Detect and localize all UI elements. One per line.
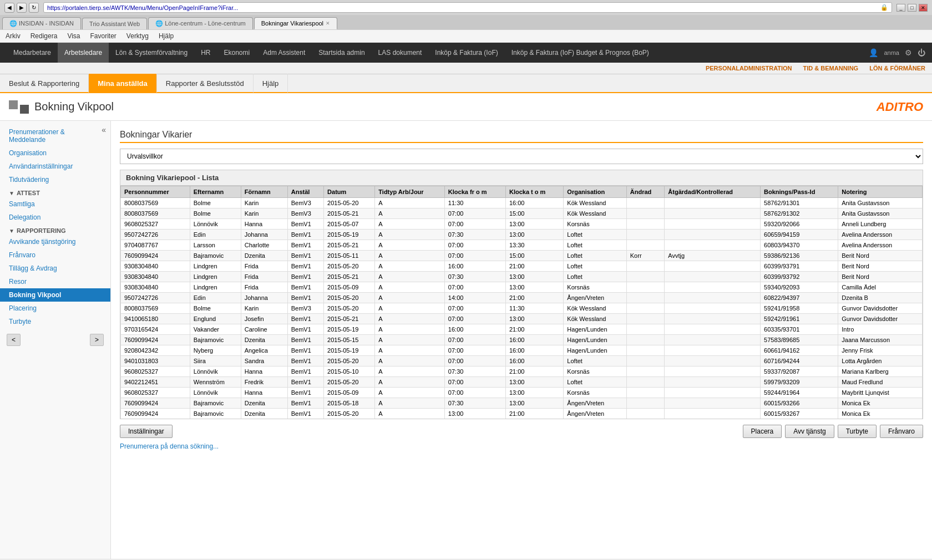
franvaro-button[interactable]: Frånvaro (880, 425, 923, 438)
subnav-beslut[interactable]: Beslut & Rapportering (0, 74, 89, 93)
menu-hjalp[interactable]: Hjälp (158, 31, 175, 41)
back-button[interactable]: ◀ (4, 3, 14, 13)
table-row[interactable]: 9208042342NybergAngelicaBemV12015-05-19A… (121, 345, 923, 356)
table-cell (626, 272, 665, 282)
table-row[interactable]: 9704087767LarssonCharlotteBemV12015-05-2… (121, 240, 923, 251)
nav-adm[interactable]: Adm Assistent (256, 43, 312, 63)
table-row[interactable]: 8008037569BolmeKarinBemV32015-05-21A07:0… (121, 208, 923, 219)
col-tidtyp: Tidtyp Arb/Jour (375, 186, 445, 198)
sidebar-item-anvandare[interactable]: Användarinställningar (0, 160, 110, 173)
table-cell: A (375, 293, 445, 303)
table-cell: A (375, 314, 445, 324)
subscribe-link[interactable]: Prenumerera på denna sökning... (120, 442, 219, 450)
table-row[interactable]: 7609099424BajramovicDzenitaBemV12015-05-… (121, 251, 923, 261)
refresh-button[interactable]: ↻ (29, 3, 39, 13)
table-cell: Berit Nord (838, 251, 923, 261)
table-row[interactable]: 9410065180EnglundJosefinBemV12015-05-21A… (121, 314, 923, 324)
sidebar-next-button[interactable]: > (90, 334, 104, 346)
table-cell (626, 219, 665, 230)
address-bar[interactable]: https://portalen.tierp.se/AWTK/Menu/Menu… (43, 2, 892, 13)
tab-close-icon[interactable]: ✕ (326, 21, 330, 26)
avv-tjanstg-button[interactable]: Avv tjänstg (785, 425, 834, 438)
sidebar-item-bokning[interactable]: Bokning Vikpool (0, 288, 110, 302)
nav-ekonomi[interactable]: Ekonomi (217, 43, 257, 63)
sidebar-item-resor[interactable]: Resor (0, 275, 110, 288)
table-row[interactable]: 9703165424VakanderCarolineBemV12015-05-1… (121, 324, 923, 335)
sidebar-item-avvikande[interactable]: Avvikande tjänstgöring (0, 235, 110, 248)
table-cell: A (375, 345, 445, 356)
menu-redigera[interactable]: Redigera (29, 31, 59, 41)
table-row[interactable]: 9507242726EdinJohannaBemV12015-05-20A14:… (121, 293, 923, 303)
sidebar-item-turbyte[interactable]: Turbyte (0, 315, 110, 328)
table-row[interactable]: 8008037569BolmeKarinBemV32015-05-20A07:0… (121, 303, 923, 314)
menu-visa[interactable]: Visa (66, 31, 81, 41)
nav-lon[interactable]: Lön & Systemförvaltning (109, 43, 194, 63)
filter-dropdown[interactable]: Urvalsvillkor (120, 149, 923, 164)
table-row[interactable]: 9608025327LönnövikHannaBemV12015-05-10A0… (121, 366, 923, 377)
menu-verktyg[interactable]: Verktyg (125, 31, 150, 41)
nav-arbetsledare[interactable]: Arbetsledare (58, 43, 109, 63)
settings-icon[interactable]: ⚙ (905, 48, 912, 57)
sidebar-item-samtliga[interactable]: Samtliga (0, 197, 110, 211)
maximize-button[interactable]: □ (908, 4, 916, 12)
table-cell: 58762/91302 (761, 208, 838, 219)
sidebar-item-tidutvardering[interactable]: Tidutvädering (0, 173, 110, 186)
table-row[interactable]: 9308304840LindgrenFridaBemV12015-05-09A0… (121, 282, 923, 293)
turbyte-button[interactable]: Turbyte (838, 425, 877, 438)
table-cell: Hanna (241, 366, 287, 377)
table-row[interactable]: 7609099424BajramovicDzenitaBemV12015-05-… (121, 335, 923, 345)
sidebar-item-franvaro[interactable]: Frånvaro (0, 248, 110, 262)
sidebar-collapse-button[interactable]: « (102, 125, 106, 134)
table-row[interactable]: 9308304840LindgrenFridaBemV12015-05-21A0… (121, 272, 923, 282)
nav-medarbetare[interactable]: Medarbetare (7, 43, 58, 63)
table-wrapper[interactable]: Personnummer Efternamn Förnamn Anstäl Da… (120, 186, 923, 419)
forward-button[interactable]: ▶ (17, 3, 27, 13)
table-row[interactable]: 9402212451WennströmFredrikBemV12015-05-2… (121, 377, 923, 388)
instellningar-button[interactable]: Inställningar (120, 425, 173, 438)
close-button[interactable]: ✕ (919, 4, 928, 12)
nav-las[interactable]: LAS dokument (372, 43, 429, 63)
sidebar-item-delegation[interactable]: Delegation (0, 211, 110, 224)
table-row[interactable]: 9608025327LönnövikHannaBemV12015-05-07A0… (121, 219, 923, 230)
table-cell: Jenny Frisk (838, 345, 923, 356)
table-row[interactable]: 9308304840LindgrenFridaBemV12015-05-20A1… (121, 261, 923, 272)
tab-insidan[interactable]: 🌐 INSIDAN - INSIDAN (2, 17, 81, 29)
table-row[interactable]: 9401031803SiiraSandraBemV12015-05-20A07:… (121, 356, 923, 366)
table-cell (626, 230, 665, 240)
table-row[interactable]: 9507242726EdinJohannaBemV12015-05-19A07:… (121, 230, 923, 240)
table-cell: A (375, 366, 445, 377)
sidebar-item-placering[interactable]: Placering (0, 302, 110, 315)
subnav-rapporter[interactable]: Rapporter & Beslutsstöd (157, 74, 254, 93)
nav-startsida[interactable]: Startsida admin (312, 43, 371, 63)
section-tid[interactable]: TID & BEMANNING (803, 65, 859, 72)
section-personaladmin[interactable]: PERSONALADMINISTRATION (706, 65, 792, 72)
sidebar-item-organisation[interactable]: Organisation (0, 146, 110, 160)
table-row[interactable]: 8008037569BolmeKarinBemV32015-05-20A11:3… (121, 198, 923, 208)
subnav-hjalp[interactable]: Hjälp (254, 74, 288, 93)
nav-inkop-iof[interactable]: Inköp & Faktura (IoF) (428, 43, 504, 63)
table-row[interactable]: 9608025327LönnövikHannaBemV12015-05-09A0… (121, 388, 923, 398)
menu-favoriter[interactable]: Favoriter (89, 31, 118, 41)
table-cell: 59979/93209 (761, 377, 838, 388)
power-icon[interactable]: ⏻ (918, 48, 925, 57)
sidebar-item-prenumerationer[interactable]: Prenumerationer & Meddelande (0, 125, 110, 146)
subnav-mina[interactable]: Mina anställda (89, 74, 157, 93)
table-cell: Loftet (564, 230, 626, 240)
sidebar-item-tillagg[interactable]: Tillägg & Avdrag (0, 262, 110, 275)
table-row[interactable]: 7609099424BajramovicDzenitaBemV12015-05-… (121, 398, 923, 409)
placera-button[interactable]: Placera (743, 425, 782, 438)
app-nav: Medarbetare Arbetsledare Lön & Systemför… (0, 43, 932, 63)
nav-inkop-bop[interactable]: Inköp & Faktura (IoF) Budget & Prognos (… (505, 43, 656, 63)
minimize-button[interactable]: _ (896, 4, 905, 12)
table-cell: Johanna (241, 230, 287, 240)
tab-bokning[interactable]: Bokningar Vikariespool ✕ (254, 17, 337, 29)
table-cell: 07:00 (444, 314, 505, 324)
table-row[interactable]: 7609099424BajramovicDzenitaBemV12015-05-… (121, 409, 923, 419)
tab-trio[interactable]: Trio Assistant Web (82, 18, 147, 29)
table-cell (626, 366, 665, 377)
nav-hr[interactable]: HR (194, 43, 217, 63)
section-lon[interactable]: LÖN & FÖRMÅNER (869, 65, 925, 72)
menu-arkiv[interactable]: Arkiv (4, 31, 22, 41)
tab-lone[interactable]: 🌐 Löne-centrum - Löne-centrum (148, 17, 253, 29)
sidebar-prev-button[interactable]: < (7, 334, 21, 346)
